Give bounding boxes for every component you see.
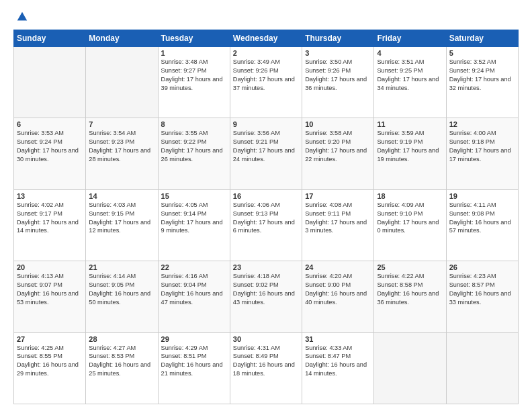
day-info: Sunrise: 4:18 AM Sunset: 9:02 PM Dayligh…: [233, 272, 299, 307]
day-number: 19: [449, 192, 515, 200]
day-info: Sunrise: 4:31 AM Sunset: 8:49 PM Dayligh…: [233, 344, 299, 379]
day-number: 24: [305, 263, 371, 271]
day-info: Sunrise: 4:29 AM Sunset: 8:51 PM Dayligh…: [161, 344, 227, 379]
day-number: 18: [377, 192, 443, 200]
day-number: 4: [377, 49, 443, 57]
logo-icon: [16, 11, 28, 23]
calendar-cell: 26Sunrise: 4:23 AM Sunset: 8:57 PM Dayli…: [446, 261, 518, 332]
calendar-week-row: 20Sunrise: 4:13 AM Sunset: 9:07 PM Dayli…: [14, 261, 519, 332]
calendar-cell: 6Sunrise: 3:53 AM Sunset: 9:24 PM Daylig…: [14, 118, 86, 189]
day-info: Sunrise: 4:23 AM Sunset: 8:57 PM Dayligh…: [449, 272, 515, 307]
day-number: 14: [89, 192, 154, 200]
day-info: Sunrise: 4:05 AM Sunset: 9:14 PM Dayligh…: [161, 201, 227, 236]
logo: [13, 11, 28, 23]
day-number: 21: [89, 263, 154, 271]
calendar-week-row: 13Sunrise: 4:02 AM Sunset: 9:17 PM Dayli…: [14, 189, 519, 261]
day-info: Sunrise: 4:09 AM Sunset: 9:10 PM Dayligh…: [377, 201, 443, 236]
day-number: 22: [161, 263, 227, 271]
calendar-header-tuesday: Tuesday: [158, 30, 230, 47]
day-number: 16: [233, 192, 299, 200]
calendar-cell: 20Sunrise: 4:13 AM Sunset: 9:07 PM Dayli…: [14, 261, 86, 332]
day-number: 17: [305, 192, 371, 200]
day-info: Sunrise: 3:58 AM Sunset: 9:20 PM Dayligh…: [305, 129, 371, 164]
day-number: 26: [449, 263, 515, 271]
day-number: 2: [233, 49, 299, 57]
page: SundayMondayTuesdayWednesdayThursdayFrid…: [0, 0, 532, 411]
calendar-cell: 30Sunrise: 4:31 AM Sunset: 8:49 PM Dayli…: [230, 332, 302, 404]
day-info: Sunrise: 4:27 AM Sunset: 8:53 PM Dayligh…: [89, 344, 154, 379]
day-number: 3: [305, 49, 371, 57]
day-info: Sunrise: 4:03 AM Sunset: 9:15 PM Dayligh…: [89, 201, 154, 236]
day-number: 12: [449, 120, 515, 128]
day-number: 8: [161, 120, 227, 128]
svg-marker-0: [17, 12, 27, 21]
day-info: Sunrise: 4:22 AM Sunset: 8:58 PM Dayligh…: [377, 272, 443, 307]
day-number: 10: [305, 120, 371, 128]
calendar-cell: [374, 332, 446, 404]
calendar-cell: 4Sunrise: 3:51 AM Sunset: 9:25 PM Daylig…: [374, 47, 446, 118]
day-number: 5: [449, 49, 515, 57]
calendar-week-row: 6Sunrise: 3:53 AM Sunset: 9:24 PM Daylig…: [14, 118, 519, 189]
calendar-week-row: 1Sunrise: 3:48 AM Sunset: 9:27 PM Daylig…: [14, 47, 519, 118]
calendar-cell: 22Sunrise: 4:16 AM Sunset: 9:04 PM Dayli…: [158, 261, 230, 332]
day-number: 31: [305, 335, 371, 343]
day-number: 11: [377, 120, 443, 128]
calendar-cell: 5Sunrise: 3:52 AM Sunset: 9:24 PM Daylig…: [446, 47, 518, 118]
calendar-cell: 31Sunrise: 4:33 AM Sunset: 8:47 PM Dayli…: [302, 332, 374, 404]
day-info: Sunrise: 4:14 AM Sunset: 9:05 PM Dayligh…: [89, 272, 154, 307]
day-number: 13: [17, 192, 83, 200]
calendar-cell: 25Sunrise: 4:22 AM Sunset: 8:58 PM Dayli…: [374, 261, 446, 332]
day-info: Sunrise: 4:16 AM Sunset: 9:04 PM Dayligh…: [161, 272, 227, 307]
day-info: Sunrise: 4:02 AM Sunset: 9:17 PM Dayligh…: [17, 201, 83, 236]
calendar-table: SundayMondayTuesdayWednesdayThursdayFrid…: [13, 30, 519, 404]
calendar-header-friday: Friday: [374, 30, 446, 47]
calendar-cell: 29Sunrise: 4:29 AM Sunset: 8:51 PM Dayli…: [158, 332, 230, 404]
day-info: Sunrise: 4:00 AM Sunset: 9:18 PM Dayligh…: [449, 129, 515, 164]
calendar-header-row: SundayMondayTuesdayWednesdayThursdayFrid…: [14, 30, 519, 47]
calendar-cell: 16Sunrise: 4:06 AM Sunset: 9:13 PM Dayli…: [230, 189, 302, 261]
calendar-header-saturday: Saturday: [446, 30, 518, 47]
calendar-cell: 13Sunrise: 4:02 AM Sunset: 9:17 PM Dayli…: [14, 189, 86, 261]
day-info: Sunrise: 3:59 AM Sunset: 9:19 PM Dayligh…: [377, 129, 443, 164]
day-info: Sunrise: 3:52 AM Sunset: 9:24 PM Dayligh…: [449, 58, 515, 93]
day-info: Sunrise: 4:06 AM Sunset: 9:13 PM Dayligh…: [233, 201, 299, 236]
calendar-cell: 24Sunrise: 4:20 AM Sunset: 9:00 PM Dayli…: [302, 261, 374, 332]
day-number: 7: [89, 120, 154, 128]
calendar-cell: 9Sunrise: 3:56 AM Sunset: 9:21 PM Daylig…: [230, 118, 302, 189]
day-number: 30: [233, 335, 299, 343]
calendar-cell: 17Sunrise: 4:08 AM Sunset: 9:11 PM Dayli…: [302, 189, 374, 261]
calendar-cell: [86, 47, 158, 118]
day-number: 1: [161, 49, 227, 57]
calendar-header-monday: Monday: [86, 30, 158, 47]
calendar-cell: [446, 332, 518, 404]
day-info: Sunrise: 3:50 AM Sunset: 9:26 PM Dayligh…: [305, 58, 371, 93]
calendar-cell: 15Sunrise: 4:05 AM Sunset: 9:14 PM Dayli…: [158, 189, 230, 261]
calendar-cell: 10Sunrise: 3:58 AM Sunset: 9:20 PM Dayli…: [302, 118, 374, 189]
calendar-week-row: 27Sunrise: 4:25 AM Sunset: 8:55 PM Dayli…: [14, 332, 519, 404]
calendar-cell: 18Sunrise: 4:09 AM Sunset: 9:10 PM Dayli…: [374, 189, 446, 261]
day-number: 23: [233, 263, 299, 271]
calendar-cell: 2Sunrise: 3:49 AM Sunset: 9:26 PM Daylig…: [230, 47, 302, 118]
calendar-cell: 12Sunrise: 4:00 AM Sunset: 9:18 PM Dayli…: [446, 118, 518, 189]
day-number: 9: [233, 120, 299, 128]
calendar-cell: 11Sunrise: 3:59 AM Sunset: 9:19 PM Dayli…: [374, 118, 446, 189]
day-number: 15: [161, 192, 227, 200]
day-info: Sunrise: 3:53 AM Sunset: 9:24 PM Dayligh…: [17, 129, 83, 164]
day-number: 6: [17, 120, 83, 128]
calendar-header-thursday: Thursday: [302, 30, 374, 47]
calendar-cell: 27Sunrise: 4:25 AM Sunset: 8:55 PM Dayli…: [14, 332, 86, 404]
day-info: Sunrise: 4:11 AM Sunset: 9:08 PM Dayligh…: [449, 201, 515, 236]
day-info: Sunrise: 4:33 AM Sunset: 8:47 PM Dayligh…: [305, 344, 371, 379]
calendar-cell: 28Sunrise: 4:27 AM Sunset: 8:53 PM Dayli…: [86, 332, 158, 404]
calendar-header-sunday: Sunday: [14, 30, 86, 47]
calendar-cell: 21Sunrise: 4:14 AM Sunset: 9:05 PM Dayli…: [86, 261, 158, 332]
calendar-cell: 1Sunrise: 3:48 AM Sunset: 9:27 PM Daylig…: [158, 47, 230, 118]
day-info: Sunrise: 3:49 AM Sunset: 9:26 PM Dayligh…: [233, 58, 299, 93]
day-info: Sunrise: 3:48 AM Sunset: 9:27 PM Dayligh…: [161, 58, 227, 93]
calendar-cell: 8Sunrise: 3:55 AM Sunset: 9:22 PM Daylig…: [158, 118, 230, 189]
day-info: Sunrise: 3:51 AM Sunset: 9:25 PM Dayligh…: [377, 58, 443, 93]
calendar-header-wednesday: Wednesday: [230, 30, 302, 47]
day-info: Sunrise: 4:08 AM Sunset: 9:11 PM Dayligh…: [305, 201, 371, 236]
day-info: Sunrise: 4:20 AM Sunset: 9:00 PM Dayligh…: [305, 272, 371, 307]
day-info: Sunrise: 4:25 AM Sunset: 8:55 PM Dayligh…: [17, 344, 83, 379]
